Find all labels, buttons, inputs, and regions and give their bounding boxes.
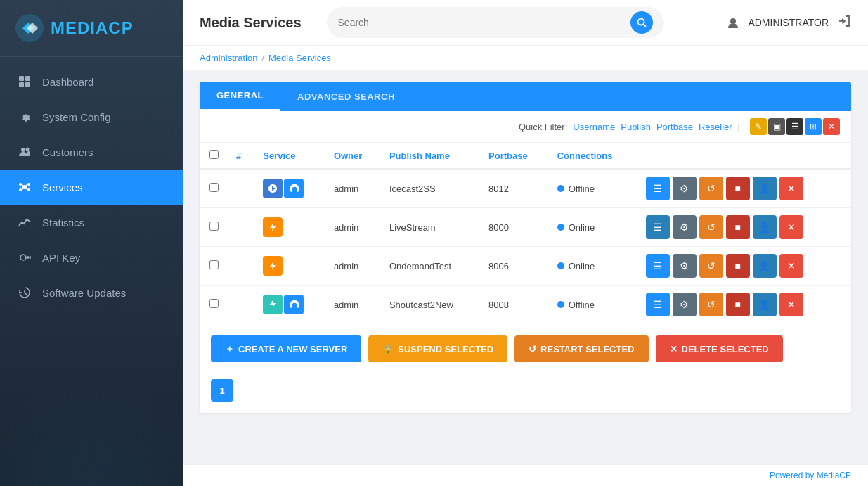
svg-point-6: [26, 148, 30, 151]
restart-btn-4[interactable]: ↺: [699, 293, 723, 316]
status-dot-1: [557, 185, 564, 192]
quick-filter-bar: Quick Filter: Username Publish Portbase …: [200, 111, 851, 143]
filter-icon-edit[interactable]: ✎: [750, 118, 767, 135]
status-label-4: Offline: [569, 300, 595, 310]
breadcrumb-admin-link[interactable]: Administration: [200, 53, 257, 63]
stop-btn-3[interactable]: ■: [726, 254, 750, 278]
restart-btn-3[interactable]: ↺: [699, 254, 723, 278]
row-service-2: [254, 208, 325, 247]
row-service-4: [254, 286, 325, 324]
services-label: Services: [42, 181, 83, 193]
status-4: Offline: [557, 300, 629, 310]
filter-icon-x[interactable]: ✕: [823, 118, 840, 135]
svg-line-14: [22, 188, 23, 190]
row-actions-2: ☰ ⚙ ↺ ■ 👤 ✕: [637, 208, 851, 247]
create-icon: ＋: [225, 343, 234, 355]
search-button[interactable]: [630, 11, 653, 34]
action-btns-1: ☰ ⚙ ↺ ■ 👤 ✕: [646, 177, 843, 200]
action-btns-4: ☰ ⚙ ↺ ■ 👤 ✕: [646, 293, 843, 316]
row-checkbox-4[interactable]: [209, 299, 219, 308]
table-row: admin Shoutcast2New 8008 Offline: [200, 286, 851, 324]
row-checkbox-2[interactable]: [209, 222, 219, 231]
delete-btn-1[interactable]: ✕: [779, 177, 803, 200]
col-portbase: Portbase: [480, 143, 549, 169]
settings-btn-1[interactable]: ⚙: [673, 177, 697, 200]
filter-icon-dark[interactable]: ☰: [786, 118, 803, 135]
service-icon-zap: [263, 295, 283, 314]
stop-btn-1[interactable]: ■: [726, 177, 750, 200]
menu-btn-1[interactable]: ☰: [646, 177, 670, 200]
tab-general[interactable]: GENERAL: [200, 82, 280, 111]
sidebar-item-statistics[interactable]: Statistics: [0, 205, 183, 240]
sidebar-item-software-updates[interactable]: Software Updates: [0, 275, 183, 310]
software-updates-icon: [17, 285, 32, 300]
svg-point-9: [27, 183, 30, 186]
row-owner-2: admin: [325, 208, 381, 247]
row-checkbox-3[interactable]: [209, 260, 219, 269]
customers-label: Customers: [42, 146, 93, 158]
tabs-bar: GENERAL ADVANCED SEARCH: [200, 82, 851, 111]
service-icon-bolt-3: [263, 256, 283, 276]
page-1-button[interactable]: 1: [211, 379, 233, 402]
row-publish-3: OndemandTest: [381, 247, 480, 286]
settings-btn-2[interactable]: ⚙: [673, 215, 697, 239]
table-row: admin Icecast2SS 8012 Offline: [200, 169, 851, 208]
restart-btn-1[interactable]: ↺: [699, 177, 723, 200]
sidebar: MEDIACP Dashboard System Config: [0, 0, 183, 486]
sidebar-item-dashboard[interactable]: Dashboard: [0, 64, 183, 99]
status-dot-4: [557, 301, 564, 308]
logout-button[interactable]: [837, 14, 851, 32]
system-config-label: System Config: [42, 111, 111, 123]
row-portbase-1: 8012: [480, 169, 549, 208]
create-label: CREATE A NEW SERVER: [238, 344, 347, 354]
service-icon-headphone: [284, 179, 304, 198]
status-1: Offline: [557, 184, 629, 194]
delete-btn-3[interactable]: ✕: [779, 254, 803, 278]
restart-btn-2[interactable]: ↺: [699, 215, 723, 239]
menu-btn-2[interactable]: ☰: [646, 215, 670, 239]
logo-area: MEDIACP: [0, 0, 183, 57]
sidebar-item-customers[interactable]: Customers: [0, 134, 183, 170]
sidebar-item-api-key[interactable]: API Key: [0, 240, 183, 275]
service-icon-bolt-2: [263, 217, 283, 237]
settings-btn-4[interactable]: ⚙: [673, 293, 697, 316]
software-updates-label: Software Updates: [42, 287, 126, 299]
row-publish-1: Icecast2SS: [381, 169, 480, 208]
filter-portbase[interactable]: Portbase: [656, 122, 693, 132]
delete-btn-2[interactable]: ✕: [779, 215, 803, 239]
select-all-checkbox[interactable]: [209, 150, 219, 159]
user-btn-3[interactable]: 👤: [753, 254, 777, 278]
main-card: GENERAL ADVANCED SEARCH Quick Filter: Us…: [200, 82, 851, 413]
svg-rect-3: [19, 82, 24, 87]
create-server-button[interactable]: ＋ CREATE A NEW SERVER: [211, 335, 361, 362]
settings-btn-3[interactable]: ⚙: [673, 254, 697, 278]
topbar-right: ADMINISTRATOR: [727, 14, 851, 32]
user-btn-2[interactable]: 👤: [753, 215, 777, 239]
bottom-actions: ＋ CREATE A NEW SERVER 🔒 SUSPEND SELECTED…: [200, 324, 851, 373]
page-title: Media Services: [200, 15, 302, 31]
svg-rect-4: [25, 82, 30, 87]
row-checkbox-1[interactable]: [209, 183, 219, 192]
delete-selected-button[interactable]: ✕ DELETE SELECTED: [656, 335, 783, 362]
filter-icon-grid[interactable]: ⊞: [805, 118, 822, 135]
filter-reseller[interactable]: Reseller: [699, 122, 732, 132]
sidebar-item-services[interactable]: Services: [0, 170, 183, 205]
menu-btn-4[interactable]: ☰: [646, 293, 670, 316]
menu-btn-3[interactable]: ☰: [646, 254, 670, 278]
tab-advanced-search[interactable]: ADVANCED SEARCH: [280, 82, 412, 111]
filter-publish[interactable]: Publish: [621, 122, 651, 132]
user-btn-4[interactable]: 👤: [753, 293, 777, 316]
stop-btn-2[interactable]: ■: [726, 215, 750, 239]
svg-point-5: [21, 148, 25, 152]
suspend-selected-button[interactable]: 🔒 SUSPEND SELECTED: [368, 335, 507, 362]
restart-selected-button[interactable]: ↺ RESTART SELECTED: [514, 335, 648, 362]
delete-btn-4[interactable]: ✕: [779, 293, 803, 316]
search-input[interactable]: [338, 17, 630, 28]
stop-btn-4[interactable]: ■: [726, 293, 750, 316]
service-icon-icecast: [263, 179, 283, 198]
sidebar-item-system-config[interactable]: System Config: [0, 99, 183, 134]
filter-icon-view[interactable]: ▣: [768, 118, 785, 135]
filter-username[interactable]: Username: [573, 122, 615, 132]
user-btn-1[interactable]: 👤: [753, 177, 777, 200]
row-service-3: [254, 247, 325, 286]
